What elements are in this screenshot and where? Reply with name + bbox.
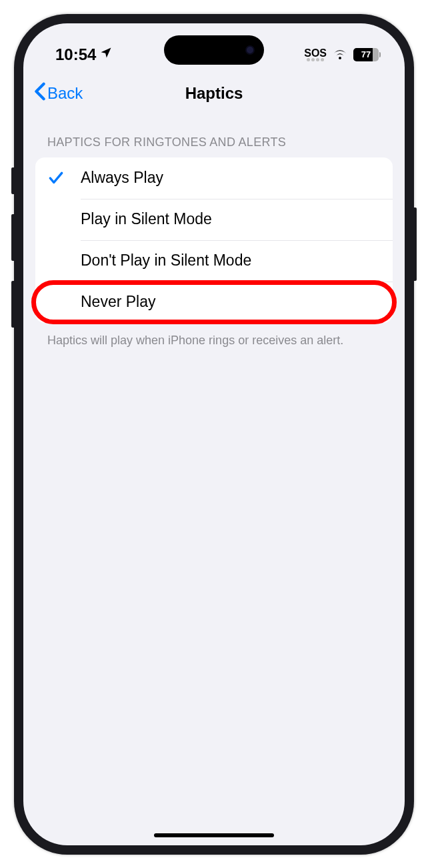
option-label: Don't Play in Silent Mode — [81, 252, 251, 270]
side-buttons-right — [414, 207, 417, 281]
chevron-left-icon — [34, 82, 46, 105]
section-footer: Haptics will play when iPhone rings or r… — [35, 323, 393, 349]
option-label: Always Play — [81, 169, 163, 187]
option-label: Play in Silent Mode — [81, 210, 212, 228]
status-time: 10:54 — [55, 45, 96, 64]
battery-indicator: 77 — [353, 48, 381, 61]
screen: 10:54 SOS 77 — [23, 23, 405, 845]
option-label: Never Play — [81, 293, 155, 311]
page-title: Haptics — [185, 84, 243, 103]
dynamic-island — [164, 35, 264, 65]
option-never-play[interactable]: Never Play — [35, 282, 393, 323]
side-buttons-left — [11, 167, 14, 348]
option-dont-play-in-silent[interactable]: Don't Play in Silent Mode — [35, 240, 393, 282]
options-list: Always Play Play in Silent Mode Don't Pl… — [35, 157, 393, 323]
section-header: HAPTICS FOR RINGTONES AND ALERTS — [35, 135, 393, 157]
phone-frame: 10:54 SOS 77 — [14, 14, 414, 855]
checkmark-icon — [47, 169, 81, 187]
status-left: 10:54 — [55, 45, 113, 64]
option-play-in-silent[interactable]: Play in Silent Mode — [35, 199, 393, 240]
status-right: SOS 77 — [304, 47, 381, 62]
option-always-play[interactable]: Always Play — [35, 157, 393, 199]
home-indicator[interactable] — [154, 833, 274, 837]
content: HAPTICS FOR RINGTONES AND ALERTS Always … — [23, 117, 405, 349]
back-label: Back — [47, 84, 83, 103]
nav-bar: Back Haptics — [23, 70, 405, 117]
wifi-icon — [332, 47, 348, 62]
sos-indicator: SOS — [304, 47, 327, 61]
location-icon — [99, 46, 113, 63]
back-button[interactable]: Back — [34, 82, 83, 105]
front-camera — [245, 45, 255, 55]
